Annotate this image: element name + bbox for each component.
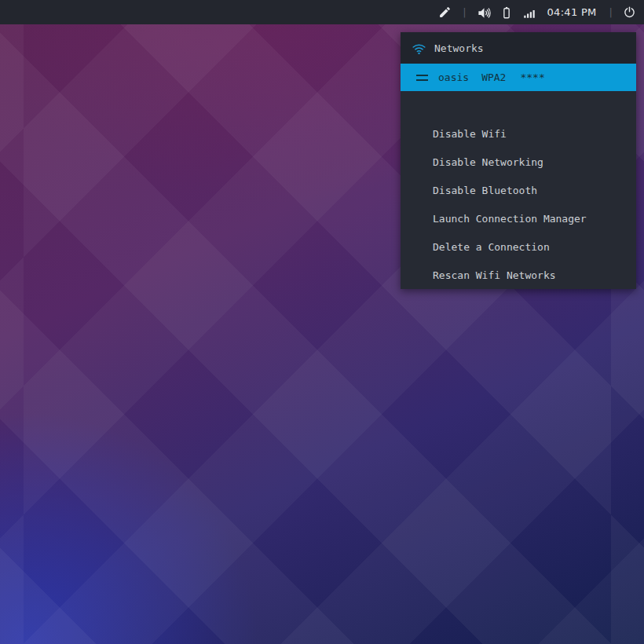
network-menu: Networks oasis WPA2 **** Disable Wifi Di…	[401, 32, 636, 289]
menu-item-label: Disable Wifi	[433, 128, 507, 140]
menu-body: Disable Wifi Disable Networking Disable …	[401, 91, 636, 289]
networks-header-label: Networks	[434, 42, 484, 54]
signal-strength-icon	[416, 75, 428, 81]
network-password-mask: ****	[520, 71, 544, 83]
volume-icon[interactable]	[477, 5, 491, 20]
menu-item-delete-a-connection[interactable]: Delete a Connection	[401, 232, 636, 261]
menu-item-label: Disable Bluetooth	[433, 185, 537, 196]
pencil-icon[interactable]	[438, 5, 452, 20]
menu-item-label: Rescan Wifi Networks	[433, 269, 556, 281]
menu-item-disable-networking[interactable]: Disable Networking	[401, 148, 636, 176]
menu-item-rescan-wifi-networks[interactable]: Rescan Wifi Networks	[401, 261, 636, 289]
taskbar: | 04:41 PM |	[0, 0, 644, 24]
menu-item-label: Launch Connection Manager	[433, 213, 587, 225]
battery-icon[interactable]	[499, 5, 514, 20]
wifi-icon	[412, 42, 426, 55]
system-tray: | 04:41 PM |	[438, 5, 637, 20]
network-ssid: oasis	[438, 71, 469, 83]
clock[interactable]: 04:41 PM	[545, 6, 599, 18]
network-security: WPA2	[481, 71, 506, 83]
menu-item-disable-wifi[interactable]: Disable Wifi	[401, 119, 636, 148]
separator: |	[608, 7, 614, 17]
menu-item-label: Delete a Connection	[433, 241, 550, 253]
menu-item-disable-bluetooth[interactable]: Disable Bluetooth	[401, 176, 636, 204]
menu-spacer	[401, 91, 636, 119]
networks-header: Networks	[401, 32, 636, 64]
signal-icon[interactable]	[522, 5, 536, 20]
menu-item-launch-connection-manager[interactable]: Launch Connection Manager	[401, 204, 636, 232]
power-icon[interactable]	[623, 5, 637, 20]
separator: |	[461, 7, 467, 17]
network-item-oasis[interactable]: oasis WPA2 ****	[401, 64, 636, 91]
menu-item-label: Disable Networking	[433, 156, 543, 168]
